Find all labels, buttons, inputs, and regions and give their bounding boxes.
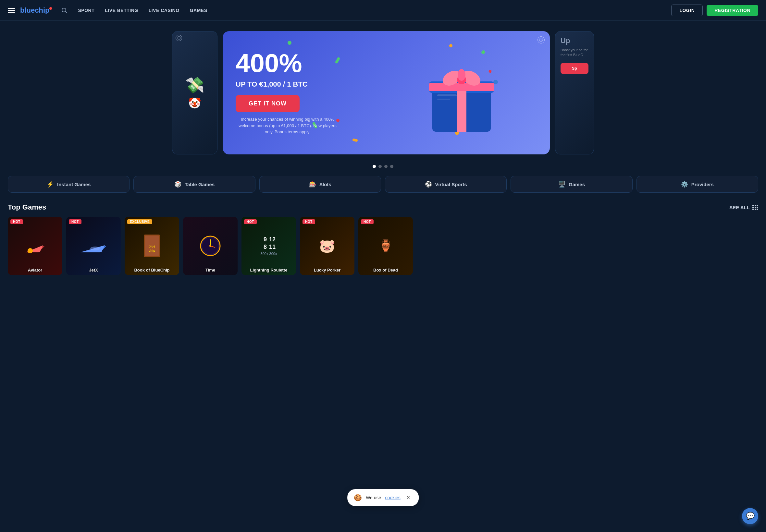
top-games-title: Top Games [8, 203, 46, 212]
see-all-button[interactable]: SEE ALL [729, 205, 758, 210]
dot-2[interactable] [378, 165, 382, 168]
hero-side-card-left[interactable]: ⓘ 💸 🤡 [172, 31, 217, 154]
hero-percent: 400% [236, 50, 386, 76]
game-card-time[interactable]: Time [183, 217, 237, 275]
svg-line-1 [66, 11, 67, 13]
jetx-label: JetX [89, 268, 98, 272]
category-games[interactable]: 🖥️ Games [511, 176, 632, 193]
time-label: Time [205, 268, 215, 272]
instant-games-icon: ⚡ [47, 181, 54, 188]
logo-chip: chip [35, 6, 49, 14]
cookie-close-button[interactable]: × [405, 494, 412, 502]
svg-point-9 [458, 69, 466, 81]
search-button[interactable] [61, 7, 67, 14]
nav-item-live-betting[interactable]: LIVE BETTING [105, 8, 138, 13]
category-providers[interactable]: ⚙️ Providers [637, 176, 758, 193]
hero-slider: ⓘ 💸 🤡 ⓘ 400% UP TO €1,00 [172, 31, 594, 154]
svg-rect-4 [457, 90, 467, 132]
category-instant-games-label: Instant Games [57, 182, 91, 187]
register-button[interactable]: REGISTRATION [707, 5, 758, 16]
right-peek-cta[interactable]: Sp [561, 63, 589, 74]
category-table-games-label: Table Games [185, 182, 214, 187]
category-virtual-sports-label: Virtual Sports [435, 182, 467, 187]
svg-text:chip: chip [149, 249, 155, 252]
porker-label: Lucky Porker [314, 268, 340, 272]
grid-view-icon [752, 205, 758, 210]
aviator-label: Aviator [28, 268, 42, 272]
svg-point-14 [28, 248, 33, 253]
logo-blue: blue [20, 6, 35, 14]
logo-text: bluechip [20, 7, 49, 14]
bluechip-label: Book of BlueChip [134, 268, 169, 272]
header-right: LOGIN REGISTRATION [671, 5, 758, 16]
side-card-info-icon[interactable]: ⓘ [176, 35, 182, 41]
porker-badge: HOT [302, 219, 315, 224]
aviator-badge: HOT [10, 219, 23, 224]
category-table-games[interactable]: 🎲 Table Games [133, 176, 255, 193]
login-button[interactable]: LOGIN [671, 5, 703, 16]
section-header: Top Games SEE ALL [8, 203, 758, 212]
header-left: bluechip SPORT LIVE BETTING LIVE CASINO … [8, 7, 207, 14]
lightning-label: Lightning Roulette [250, 268, 287, 272]
games-icon: 🖥️ [558, 181, 565, 188]
right-peek-subtitle: Boost your ba for the first BlueC [561, 48, 589, 58]
hero-main-card[interactable]: ⓘ 400% UP TO €1,000 / 1 BTC GET IT NOW I… [223, 31, 550, 154]
svg-rect-10 [437, 94, 457, 96]
game-card-lightning[interactable]: 9 12 8 11 300x 300x HOT Lightning Roulet… [241, 217, 296, 275]
hero-image-side [386, 51, 537, 135]
side-card-content: 💸 🤡 [172, 31, 217, 154]
game-card-aviator[interactable]: HOT Aviator [8, 217, 62, 275]
dot-1[interactable] [372, 165, 376, 168]
game-card-bluechip[interactable]: blue chip EXCLUSIVE Book of BlueChip [125, 217, 179, 275]
hero-section: ⓘ 💸 🤡 ⓘ 400% UP TO €1,00 [0, 21, 766, 160]
game-card-time-inner [183, 217, 237, 275]
svg-point-26 [209, 245, 211, 247]
hero-right-peek-card[interactable]: Up Boost your ba for the first BlueC Sp [555, 31, 594, 154]
game-card-porker-inner: 🐷 [300, 217, 354, 275]
nav-item-sport[interactable]: SPORT [78, 8, 94, 13]
game-card-boxdead[interactable]: 🏺 HOT Box of Dead [358, 217, 413, 275]
hero-cta-button[interactable]: GET IT NOW [236, 95, 299, 112]
top-games-section: Top Games SEE ALL HOT Aviator [0, 198, 766, 280]
hamburger-menu[interactable] [8, 8, 15, 13]
slider-dots [0, 165, 766, 171]
table-games-icon: 🎲 [174, 181, 181, 188]
nav-item-games[interactable]: GAMES [190, 8, 207, 13]
dot-3[interactable] [384, 165, 388, 168]
hero-main-content: 400% UP TO €1,000 / 1 BTC GET IT NOW Inc… [223, 31, 550, 154]
svg-text:blue: blue [149, 245, 155, 248]
jetx-badge: HOT [69, 219, 81, 224]
lightning-badge: HOT [244, 219, 257, 224]
category-slots[interactable]: 🎰 Slots [259, 176, 381, 193]
bluechip-badge: EXCLUSIVE [127, 219, 152, 224]
game-card-jetx-inner [66, 217, 121, 275]
category-virtual-sports[interactable]: ⚽ Virtual Sports [385, 176, 507, 193]
hero-description: Increase your chances of winning big wit… [236, 116, 339, 135]
games-row: HOT Aviator HOT JetX blue c [8, 217, 758, 275]
dot-4[interactable] [390, 165, 394, 168]
slots-icon: 🎰 [309, 181, 316, 188]
game-card-porker[interactable]: 🐷 HOT Lucky Porker [300, 217, 354, 275]
see-all-label: SEE ALL [729, 205, 750, 210]
game-card-jetx[interactable]: HOT JetX [66, 217, 121, 275]
category-section: ⚡ Instant Games 🎲 Table Games 🎰 Slots ⚽ … [0, 171, 766, 198]
svg-point-17 [90, 247, 100, 250]
cookie-link[interactable]: cookies [385, 495, 400, 500]
nav-menu: SPORT LIVE BETTING LIVE CASINO GAMES [78, 8, 207, 13]
game-card-bluechip-inner: blue chip [125, 217, 179, 275]
chat-button[interactable]: 💬 [742, 508, 758, 524]
logo[interactable]: bluechip [20, 7, 53, 14]
logo-dot [49, 7, 52, 10]
side-card-emoji2: 🤡 [188, 97, 201, 109]
boxdead-label: Box of Dead [373, 268, 398, 272]
svg-rect-11 [437, 99, 450, 100]
game-card-aviator-inner [8, 217, 62, 275]
cookie-text: We use [366, 495, 381, 500]
category-games-label: Games [569, 182, 585, 187]
nav-item-live-casino[interactable]: LIVE CASINO [149, 8, 179, 13]
boxdead-badge: HOT [361, 219, 373, 224]
virtual-sports-icon: ⚽ [425, 181, 432, 188]
hero-text-side: 400% UP TO €1,000 / 1 BTC GET IT NOW Inc… [236, 50, 386, 135]
providers-icon: ⚙️ [681, 181, 688, 188]
category-instant-games[interactable]: ⚡ Instant Games [8, 176, 129, 193]
